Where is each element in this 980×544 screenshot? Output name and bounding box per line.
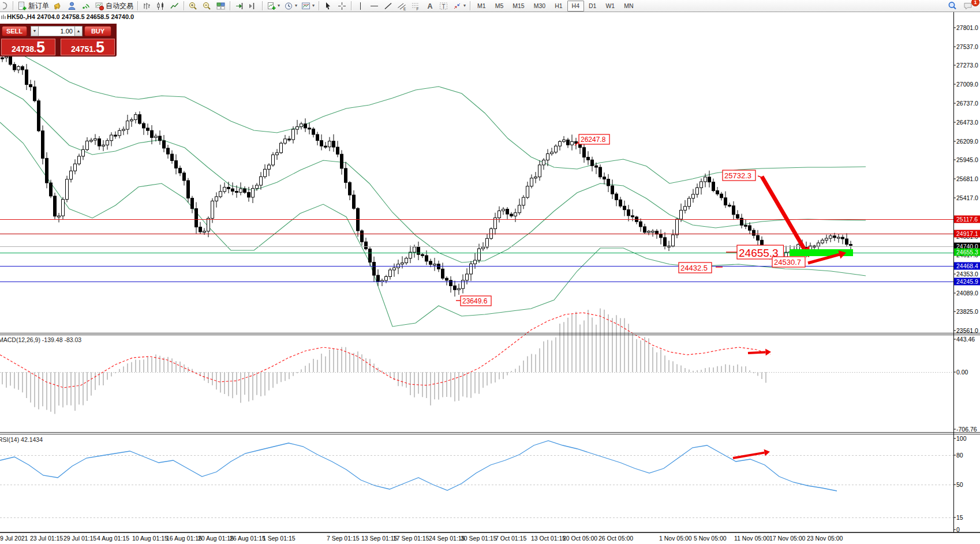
volume-increase-button[interactable]: ▲ [74, 26, 83, 36]
price-tick-label: 27009.0 [956, 81, 978, 88]
macd-signal-line [0, 313, 770, 388]
time-tick-label: 7 Oct 01:15 [495, 535, 526, 542]
time-tick-label: 5 Nov 05:00 [694, 535, 727, 542]
price-tick-label: 0 [956, 526, 960, 533]
rsi-line [0, 441, 837, 491]
price-tick-label: 50 [956, 481, 963, 488]
time-tick-label: 13 Sep 01:15 [361, 535, 398, 542]
price-tick-label: 443.46 [956, 336, 975, 343]
buy-price-display[interactable]: 24751.5 [61, 39, 115, 55]
time-tick-label: 24 Sep 01:15 [429, 535, 465, 542]
volume-input[interactable] [39, 26, 74, 36]
price-badge-label: 24655.3 [956, 249, 978, 256]
sell-price-display[interactable]: 24738.5 [1, 39, 55, 55]
price-tick-label: 27537.0 [956, 43, 978, 50]
bollinger-band-upper [0, 51, 866, 183]
time-tick-label: 26 Oct 05:00 [599, 535, 633, 542]
mt4-window: 新订单 自动交易 [0, 0, 980, 544]
price-tick-label: 23825.0 [956, 308, 978, 315]
time-tick-label: 26 Aug 01:15 [230, 535, 265, 542]
price-tick-label: 27801.0 [956, 24, 978, 31]
one-click-trade-panel: SELL ▼ ▲ BUY 24738.5 24751.5 [0, 24, 117, 57]
time-tick-label: 16 Aug 01:15 [166, 535, 202, 542]
chart-symbol-icon [1, 14, 6, 20]
price-badge-label: 24468.4 [956, 262, 978, 269]
price-tick-label: 24089.0 [956, 290, 978, 297]
time-tick-label: 1 Nov 05:00 [659, 535, 692, 542]
rsi-arrow-annotation[interactable] [733, 449, 770, 458]
macd-indicator-label: MACD(12,26,9) -139.48 -83.03 [0, 336, 81, 343]
price-tick-label: 24353.0 [956, 271, 978, 277]
time-tick-label: 20 Oct 05:00 [563, 535, 597, 542]
main-chart-pane [0, 50, 953, 327]
time-tick-label: 17 Sep 01:15 [393, 535, 429, 542]
time-tick-label: 29 Jul 01:15 [63, 535, 96, 542]
time-tick-label: 9 Jul 2021 [0, 535, 28, 542]
sell-price-pip: 5 [36, 41, 45, 54]
time-tick-label: 17 Nov 05:00 [769, 535, 806, 542]
price-label-annotation[interactable]: 23649.6 [456, 296, 491, 306]
price-label-annotation[interactable]: 24432.5 [679, 262, 723, 273]
svg-text:25732.3: 25732.3 [724, 171, 751, 180]
price-tick-label: 26209.0 [956, 138, 978, 145]
svg-text:23649.6: 23649.6 [462, 297, 488, 305]
rsi-indicator-label: RSI(14) 42.1434 [0, 436, 43, 443]
buy-price-pip: 5 [96, 41, 104, 54]
price-tick-label: 0.00 [956, 369, 968, 376]
sell-price-main: 24738. [12, 45, 36, 53]
price-badge-label: 25117.6 [956, 216, 978, 223]
price-tick-label: 80 [956, 452, 963, 459]
time-tick-label: 4 Aug 01:15 [97, 535, 129, 542]
time-tick-label: 11 Nov 05:00 [734, 535, 770, 542]
macd-arrow-annotation[interactable] [748, 348, 771, 355]
price-tick-label: 25945.0 [956, 156, 978, 163]
chart-frame [0, 12, 980, 532]
price-tick-label: 25417.0 [956, 194, 978, 201]
price-badge-label: 24917.1 [956, 230, 978, 237]
time-tick-label: 30 Sep 01:15 [461, 535, 497, 542]
buy-price-main: 24751. [71, 45, 96, 53]
buy-button[interactable]: BUY [84, 26, 111, 36]
time-tick-label: 23 Jul 01:15 [30, 535, 63, 542]
time-tick-label: 23 Nov 05:00 [807, 535, 843, 542]
price-tick-label: 25681.0 [956, 175, 978, 182]
time-tick-label: 7 Sep 01:15 [327, 535, 360, 542]
chart-canvas[interactable]: 26247.825732.324655.324530.724432.523649… [0, 0, 980, 544]
bollinger-band-lower [0, 122, 866, 327]
price-badge-label: 24245.9 [956, 278, 978, 285]
volume-decrease-button[interactable]: ▼ [31, 26, 39, 36]
time-axis[interactable]: 9 Jul 202123 Jul 01:1529 Jul 01:154 Aug … [0, 535, 843, 542]
price-label-annotation[interactable]: 25732.3 [723, 170, 763, 181]
time-tick-label: 10 Aug 01:15 [132, 535, 168, 542]
price-tick-label: 23561.0 [956, 327, 978, 334]
sell-button[interactable]: SELL [2, 26, 27, 36]
time-tick-label: 13 Oct 01:15 [531, 535, 566, 542]
svg-text:24530.7: 24530.7 [774, 258, 801, 267]
price-tick-label: 100 [956, 435, 967, 442]
price-tick-label: -706.76 [956, 426, 977, 433]
price-tick-label: 26737.0 [956, 100, 978, 107]
price-label-annotation[interactable]: 24530.7 [772, 257, 805, 267]
volume-stepper: ▼ ▲ [31, 26, 83, 36]
svg-text:26247.8: 26247.8 [581, 136, 606, 144]
rsi-pane [0, 441, 953, 518]
time-tick-label: 20 Aug 01:15 [198, 535, 234, 542]
price-axis[interactable]: 27801.027537.027273.027009.026737.026473… [953, 24, 980, 533]
time-tick-label: 1 Sep 01:15 [263, 535, 296, 542]
price-tick-label: 15 [956, 514, 963, 521]
price-label-annotation[interactable]: 26247.8 [575, 134, 609, 145]
macd-histogram [2, 308, 766, 414]
svg-text:24432.5: 24432.5 [680, 264, 708, 272]
price-tick-label: 26473.0 [956, 119, 978, 126]
price-tick-label: 27273.0 [956, 62, 978, 69]
macd-pane [0, 308, 953, 414]
symbol-ohlc-label: HK50-,H4 24704.0 24758.5 24658.5 24740.0 [7, 13, 134, 20]
